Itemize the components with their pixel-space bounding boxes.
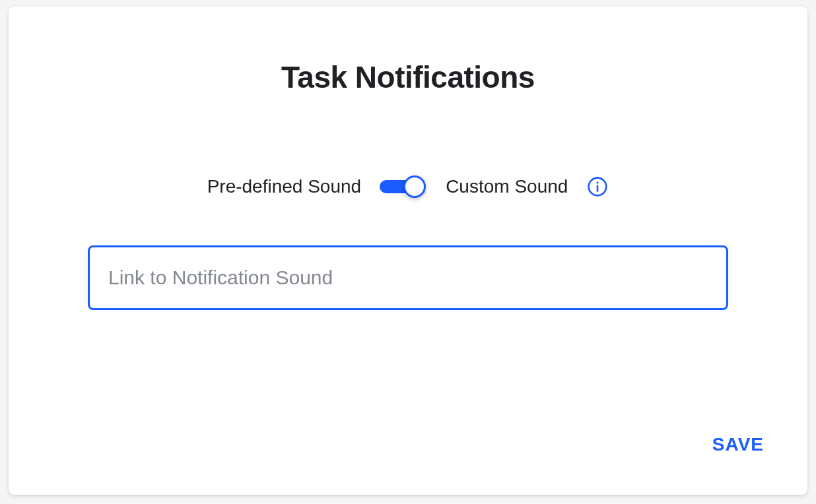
sound-link-input[interactable] (88, 245, 728, 310)
page-title: Task Notifications (88, 59, 728, 95)
sound-link-field-wrap (88, 245, 728, 310)
toggle-label-custom: Custom Sound (446, 176, 568, 197)
switch-thumb (403, 175, 426, 198)
svg-point-2 (597, 181, 599, 183)
notifications-card: Task Notifications Pre-defined Sound Cus… (9, 7, 807, 495)
info-icon[interactable] (586, 175, 609, 198)
save-button[interactable]: SAVE (708, 427, 768, 462)
sound-toggle-row: Pre-defined Sound Custom Sound (88, 174, 728, 199)
toggle-label-predefined: Pre-defined Sound (207, 176, 362, 197)
sound-toggle[interactable] (380, 174, 427, 199)
